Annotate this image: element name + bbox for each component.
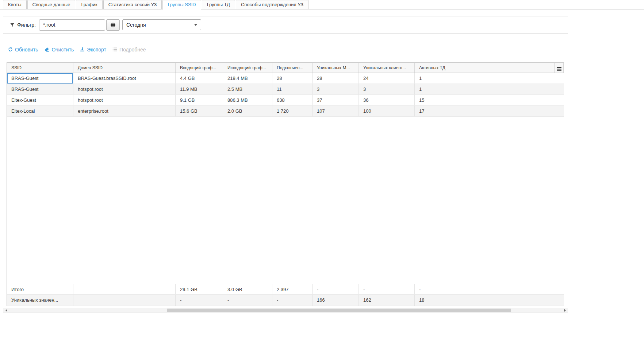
scroll-right-icon[interactable] <box>562 308 568 313</box>
cell-traffic-in[interactable]: 15.6 GB <box>176 106 223 116</box>
footer-unique-active-aps: 18 <box>415 295 564 306</box>
globe-icon <box>110 22 116 28</box>
column-header-traffic-out[interactable]: Исходящий траф... <box>223 63 272 73</box>
menu-icon <box>557 67 561 71</box>
cell-unique-clients[interactable]: 3 <box>359 84 415 94</box>
cell-ssid-domain[interactable]: hotspot.root <box>73 84 176 94</box>
footer-total-label: Итого <box>7 284 73 294</box>
cell-traffic-out[interactable]: 2.5 MB <box>223 84 272 94</box>
table-row: BRAS-Guest hotspot.root 11.9 MB 2.5 MB 1… <box>7 84 564 95</box>
export-icon <box>80 47 85 52</box>
list-icon <box>112 47 117 52</box>
cell-active-aps[interactable]: 1 <box>415 73 564 84</box>
eraser-icon <box>44 47 49 52</box>
cell-unique-clients[interactable]: 36 <box>359 95 415 105</box>
cell-traffic-in[interactable]: 11.9 MB <box>176 84 223 94</box>
tab-chart[interactable]: График <box>76 0 102 9</box>
filter-label: Фильтр: <box>17 22 36 28</box>
filter-funnel-icon <box>10 23 15 27</box>
footer-unique-domain <box>73 295 176 306</box>
footer-unique-clients: 162 <box>359 295 415 306</box>
horizontal-scrollbar[interactable] <box>3 308 568 313</box>
cell-connected[interactable]: 638 <box>272 95 313 105</box>
period-select-value: Сегодня <box>126 22 146 28</box>
cell-active-aps[interactable]: 1 <box>415 84 564 94</box>
tab-confirmation-methods[interactable]: Способы подтверждения УЗ <box>236 0 308 9</box>
tab-session-statistics[interactable]: Статистика сессий УЗ <box>103 0 162 9</box>
cell-traffic-out[interactable]: 2.0 GB <box>223 106 272 116</box>
cell-active-aps[interactable]: 15 <box>415 95 564 105</box>
column-header-traffic-in[interactable]: Входящий траф... <box>176 63 223 73</box>
globe-button[interactable] <box>106 19 120 31</box>
refresh-label: Обновить <box>15 47 38 53</box>
details-button[interactable]: Подробнее <box>112 47 146 53</box>
export-label: Экспорт <box>87 47 106 53</box>
column-header-unique-mac[interactable]: Уникальных М... <box>313 63 359 73</box>
footer-total-traffic-in: 29.1 GB <box>176 284 223 294</box>
refresh-button[interactable]: Обновить <box>8 47 38 53</box>
table-row: Eltex-Guest hotspot.root 9.1 GB 886.3 MB… <box>7 95 564 106</box>
footer-total-traffic-out: 3.0 GB <box>223 284 272 294</box>
tab-ap-groups[interactable]: Группы ТД <box>202 0 235 9</box>
cell-unique-clients[interactable]: 24 <box>359 73 415 84</box>
period-select[interactable]: Сегодня <box>122 19 201 30</box>
table-toolbar: Обновить Очистить Экспорт Подробнее <box>8 46 644 53</box>
footer-unique-label: Уникальных значен... <box>7 295 73 306</box>
cell-traffic-in[interactable]: 4.4 GB <box>176 73 223 84</box>
clear-label: Очистить <box>51 47 74 53</box>
column-header-connected[interactable]: Подключен... <box>272 63 313 73</box>
table-row: Eltex-Local enterprise.root 15.6 GB 2.0 … <box>7 106 564 117</box>
export-button[interactable]: Экспорт <box>80 47 106 53</box>
footer-unique-connected: - <box>272 295 313 306</box>
cell-ssid-domain[interactable]: hotspot.root <box>73 95 176 105</box>
table-empty-area <box>7 117 564 284</box>
column-header-ssid-domain[interactable]: Домен SSID <box>73 63 176 73</box>
tab-ssid-groups[interactable]: Группы SSID <box>162 0 201 9</box>
cell-traffic-out[interactable]: 219.4 MB <box>223 73 272 84</box>
filter-input[interactable] <box>39 19 105 31</box>
cell-ssid-domain[interactable]: enterprise.root <box>73 106 176 116</box>
cell-unique-mac[interactable]: 107 <box>313 106 359 116</box>
cell-unique-mac[interactable]: 37 <box>313 95 359 105</box>
footer-row-unique-values: Уникальных значен... - - - 166 162 18 <box>7 295 564 306</box>
footer-unique-mac: 166 <box>313 295 359 306</box>
cell-active-aps[interactable]: 17 <box>415 106 564 116</box>
cell-connected[interactable]: 28 <box>272 73 313 84</box>
tab-summary-data[interactable]: Сводные данные <box>27 0 76 9</box>
scrollbar-thumb[interactable] <box>167 309 511 312</box>
cell-ssid[interactable]: Eltex-Local <box>7 106 73 116</box>
cell-ssid[interactable]: Eltex-Guest <box>7 95 73 105</box>
footer-total-unique-clients: - <box>359 284 415 294</box>
chevron-down-icon <box>194 24 197 26</box>
cell-traffic-out[interactable]: 886.3 MB <box>223 95 272 105</box>
cell-connected[interactable]: 11 <box>272 84 313 94</box>
table-row: BRAS-Guest BRAS-Guest.brasSSID.root 4.4 … <box>7 73 564 84</box>
cell-traffic-in[interactable]: 9.1 GB <box>176 95 223 105</box>
column-menu-button[interactable] <box>555 63 564 73</box>
footer-total-domain <box>73 284 176 294</box>
column-header-active-aps[interactable]: Активных ТД <box>415 63 555 73</box>
cell-ssid[interactable]: BRAS-Guest <box>7 84 73 94</box>
cell-unique-mac[interactable]: 28 <box>313 73 359 84</box>
details-label: Подробнее <box>119 47 146 53</box>
clear-button[interactable]: Очистить <box>44 47 74 53</box>
tab-quotas[interactable]: Квоты <box>3 0 27 9</box>
table-header-row: SSID Домен SSID Входящий траф... Исходящ… <box>7 63 564 73</box>
cell-unique-mac[interactable]: 3 <box>313 84 359 94</box>
cell-ssid[interactable]: BRAS-Guest <box>7 73 73 84</box>
footer-total-active-aps: - <box>415 284 564 294</box>
cell-ssid-domain[interactable]: BRAS-Guest.brasSSID.root <box>73 73 176 84</box>
cell-unique-clients[interactable]: 100 <box>359 106 415 116</box>
footer-row-total: Итого 29.1 GB 3.0 GB 2 397 - - - <box>7 284 564 295</box>
filter-panel: Фильтр: Сегодня <box>3 16 568 34</box>
tab-bar: Квоты Сводные данные График Статистика с… <box>0 0 644 9</box>
footer-total-unique-mac: - <box>313 284 359 294</box>
refresh-icon <box>8 47 13 52</box>
ssid-groups-table: SSID Домен SSID Входящий траф... Исходящ… <box>7 62 564 306</box>
cell-connected[interactable]: 1 720 <box>272 106 313 116</box>
scroll-left-icon[interactable] <box>3 308 9 313</box>
footer-total-connected: 2 397 <box>272 284 313 294</box>
column-header-unique-clients[interactable]: Уникальных клиент... <box>359 63 415 73</box>
column-header-ssid[interactable]: SSID <box>7 63 73 73</box>
footer-unique-traffic-in: - <box>176 295 223 306</box>
